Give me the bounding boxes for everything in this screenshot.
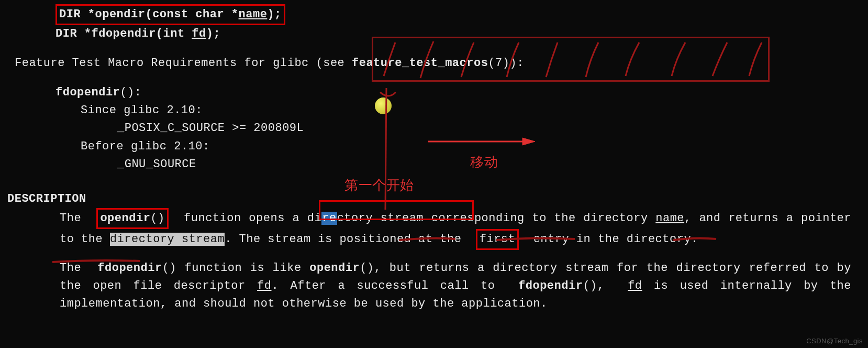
watermark: CSDN@Tech_gis — [806, 337, 863, 345]
underlines-svg — [0, 0, 868, 348]
